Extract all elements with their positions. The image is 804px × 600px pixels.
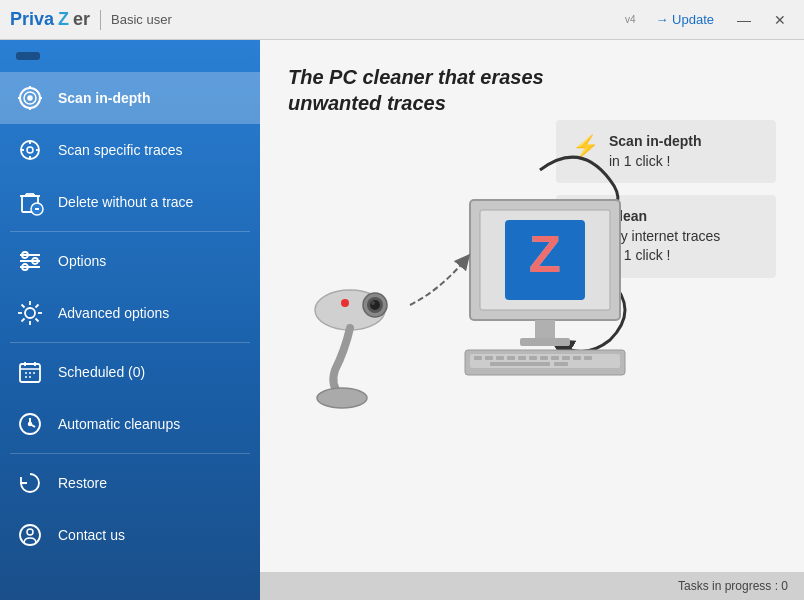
svg-rect-60: [485, 356, 493, 360]
title-sep: [100, 10, 101, 30]
svg-point-47: [29, 423, 32, 426]
divider-2: [10, 342, 250, 343]
svg-point-26: [25, 308, 35, 318]
donors-badge: [16, 52, 40, 60]
svg-rect-59: [474, 356, 482, 360]
svg-rect-68: [573, 356, 581, 360]
svg-line-33: [36, 305, 39, 308]
svg-line-32: [36, 319, 39, 322]
main-illustration: Z Z: [270, 110, 650, 430]
options-icon: [14, 245, 46, 277]
restore-icon: [14, 467, 46, 499]
status-bar: Tasks in progress : 0: [260, 572, 804, 600]
update-button[interactable]: → Update: [647, 10, 722, 29]
sidebar: Scan in-depth Scan specific traces: [0, 40, 260, 600]
title-bar-right: v4 → Update — ✕: [625, 6, 794, 34]
sidebar-contact-label: Contact us: [58, 527, 125, 543]
svg-rect-63: [518, 356, 526, 360]
sidebar-item-scan-specific[interactable]: Scan specific traces: [0, 124, 260, 176]
automatic-cleanups-icon: [14, 408, 46, 440]
svg-point-77: [341, 299, 349, 307]
svg-point-2: [28, 96, 32, 100]
svg-point-75: [370, 300, 380, 310]
svg-rect-65: [540, 356, 548, 360]
sidebar-scan-specific-label: Scan specific traces: [58, 142, 183, 158]
divider-1: [10, 231, 250, 232]
svg-rect-61: [496, 356, 504, 360]
sidebar-item-advanced-options[interactable]: Advanced options: [0, 287, 260, 339]
advanced-options-icon: [14, 297, 46, 329]
sidebar-advanced-options-label: Advanced options: [58, 305, 169, 321]
sidebar-item-contact-us[interactable]: Contact us: [0, 509, 260, 561]
sidebar-scheduled-label: Scheduled (0): [58, 364, 145, 380]
svg-point-78: [317, 388, 367, 408]
svg-rect-71: [554, 362, 568, 366]
svg-rect-55: [535, 320, 555, 340]
close-button[interactable]: ✕: [766, 6, 794, 34]
sidebar-item-scheduled[interactable]: Scheduled (0): [0, 346, 260, 398]
divider-3: [10, 453, 250, 454]
svg-line-31: [22, 305, 25, 308]
title-bar: PrivaZer Basic user v4 → Update — ✕: [0, 0, 804, 40]
sidebar-item-automatic-cleanups[interactable]: Automatic cleanups: [0, 398, 260, 450]
logo-zer: Z: [58, 9, 69, 30]
svg-point-49: [27, 529, 33, 535]
delete-trace-icon: [14, 186, 46, 218]
minimize-button[interactable]: —: [730, 6, 758, 34]
svg-line-34: [22, 319, 25, 322]
svg-rect-67: [562, 356, 570, 360]
user-type-label: Basic user: [111, 12, 172, 27]
scan-specific-icon: [14, 134, 46, 166]
svg-rect-70: [490, 362, 550, 366]
svg-rect-56: [520, 338, 570, 346]
svg-point-76: [371, 301, 375, 305]
svg-rect-69: [584, 356, 592, 360]
sidebar-automatic-cleanups-label: Automatic cleanups: [58, 416, 180, 432]
svg-rect-62: [507, 356, 515, 360]
illustration-area: Z Z: [270, 110, 650, 430]
sidebar-scan-indepth-label: Scan in-depth: [58, 90, 151, 106]
sidebar-restore-label: Restore: [58, 475, 107, 491]
main-content: The PC cleaner that erases unwanted trac…: [260, 40, 804, 600]
scan-indepth-icon: [14, 82, 46, 114]
version-label: v4: [625, 14, 636, 25]
scheduled-icon: [14, 356, 46, 388]
sidebar-item-restore[interactable]: Restore: [0, 457, 260, 509]
sidebar-options-label: Options: [58, 253, 106, 269]
sidebar-item-options[interactable]: Options: [0, 235, 260, 287]
app-container: Scan in-depth Scan specific traces: [0, 40, 804, 600]
app-logo: PrivaZer: [10, 9, 90, 30]
svg-rect-64: [529, 356, 537, 360]
svg-rect-66: [551, 356, 559, 360]
status-label: Tasks in progress : 0: [678, 579, 788, 593]
sidebar-delete-trace-label: Delete without a trace: [58, 194, 193, 210]
logo-er: er: [73, 9, 90, 30]
sidebar-item-scan-indepth[interactable]: Scan in-depth: [0, 72, 260, 124]
main-headline: The PC cleaner that erases unwanted trac…: [288, 64, 776, 116]
sidebar-item-delete-trace[interactable]: Delete without a trace: [0, 176, 260, 228]
svg-text:Z: Z: [529, 225, 561, 283]
logo-priva: Priva: [10, 9, 54, 30]
contact-icon: [14, 519, 46, 551]
svg-point-12: [27, 147, 33, 153]
